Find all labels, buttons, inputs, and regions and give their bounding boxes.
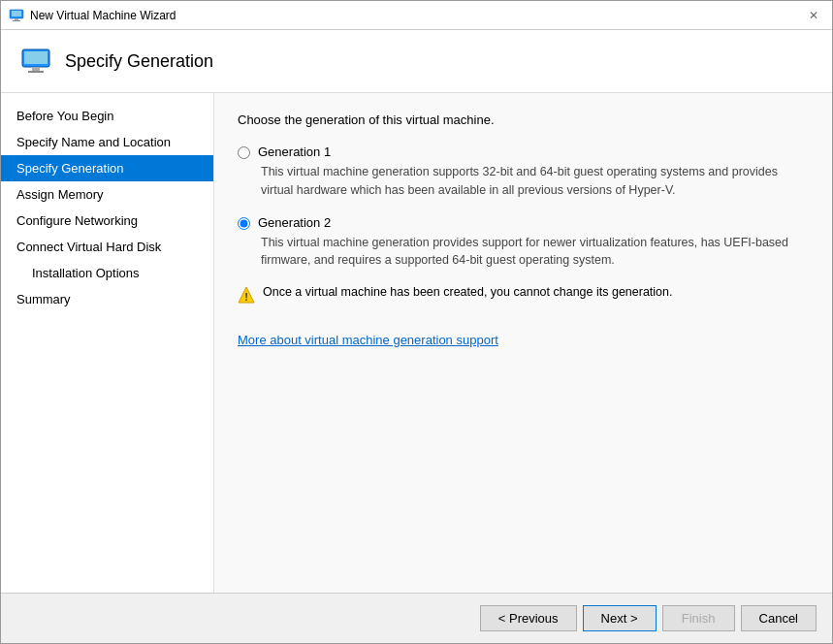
- wizard-window: New Virtual Machine Wizard ✕ Specify Gen…: [0, 0, 833, 644]
- generation1-description: This virtual machine generation supports…: [261, 163, 809, 200]
- generation1-option: Generation 1: [238, 145, 809, 159]
- window-icon: [9, 8, 24, 23]
- sidebar-item-before-you-begin[interactable]: Before You Begin: [1, 103, 213, 129]
- svg-rect-6: [32, 67, 40, 71]
- generation2-option: Generation 2: [238, 215, 809, 230]
- generation1-radio[interactable]: [238, 146, 250, 159]
- svg-rect-2: [15, 18, 18, 20]
- sidebar-item-assign-memory[interactable]: Assign Memory: [1, 181, 213, 208]
- close-button[interactable]: ✕: [803, 7, 824, 24]
- sidebar-item-connect-vhd[interactable]: Connect Virtual Hard Disk: [1, 234, 213, 260]
- sidebar: Before You Begin Specify Name and Locati…: [1, 93, 214, 593]
- generation2-description: This virtual machine generation provides…: [261, 234, 809, 271]
- warning-box: ! Once a virtual machine has been create…: [238, 285, 809, 304]
- help-link[interactable]: More about virtual machine generation su…: [238, 333, 498, 347]
- window-title: New Virtual Machine Wizard: [30, 9, 176, 22]
- svg-rect-3: [13, 20, 20, 21]
- next-button[interactable]: Next >: [583, 605, 657, 631]
- footer: < Previous Next > Finish Cancel: [1, 593, 832, 643]
- generation1-group: Generation 1 This virtual machine genera…: [238, 145, 809, 200]
- cancel-button[interactable]: Cancel: [741, 605, 817, 631]
- warning-icon: !: [238, 286, 255, 304]
- sidebar-item-configure-networking[interactable]: Configure Networking: [1, 208, 213, 234]
- link-area: More about virtual machine generation su…: [238, 304, 809, 347]
- page-title: Specify Generation: [65, 51, 213, 72]
- title-bar: New Virtual Machine Wizard ✕: [1, 1, 832, 30]
- title-bar-left: New Virtual Machine Wizard: [9, 8, 176, 23]
- previous-button[interactable]: < Previous: [480, 605, 577, 631]
- finish-button[interactable]: Finish: [662, 605, 735, 631]
- sidebar-item-installation-options[interactable]: Installation Options: [1, 260, 213, 286]
- svg-rect-5: [24, 51, 48, 64]
- sidebar-item-name-location[interactable]: Specify Name and Location: [1, 129, 213, 155]
- generation1-label[interactable]: Generation 1: [258, 145, 331, 159]
- svg-text:!: !: [244, 291, 248, 303]
- svg-rect-7: [28, 71, 44, 73]
- content-area: Before You Begin Specify Name and Locati…: [1, 93, 832, 593]
- header-icon: [20, 46, 51, 77]
- generation2-radio[interactable]: [238, 217, 250, 230]
- header-section: Specify Generation: [1, 30, 832, 93]
- svg-rect-1: [12, 11, 21, 16]
- sidebar-item-specify-generation[interactable]: Specify Generation: [1, 155, 213, 181]
- main-content: Choose the generation of this virtual ma…: [214, 93, 832, 593]
- generation2-label[interactable]: Generation 2: [258, 215, 331, 230]
- intro-text: Choose the generation of this virtual ma…: [238, 113, 809, 127]
- sidebar-item-summary[interactable]: Summary: [1, 286, 213, 312]
- warning-text: Once a virtual machine has been created,…: [263, 285, 673, 299]
- generation2-group: Generation 2 This virtual machine genera…: [238, 215, 809, 271]
